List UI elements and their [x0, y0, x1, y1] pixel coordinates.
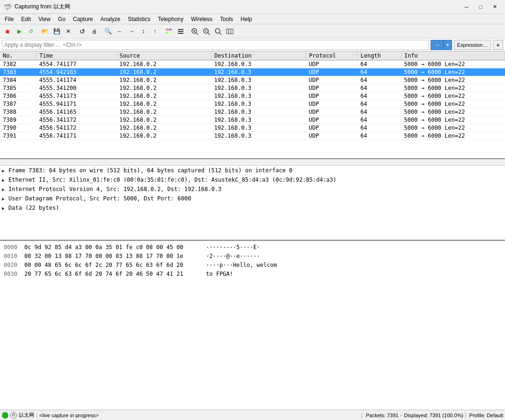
zoom-out-button[interactable]	[201, 26, 212, 37]
detail-row-udp[interactable]: ▶ User Datagram Protocol, Src Port: 5000…	[0, 194, 505, 203]
add-filter-button[interactable]: +	[493, 40, 503, 50]
cell-time: 4555.741173	[37, 92, 117, 100]
resize-columns-button[interactable]	[224, 26, 235, 37]
menu-item-file[interactable]: File	[1, 14, 17, 24]
cell-source: 192.168.0.2	[117, 68, 211, 76]
table-row[interactable]: 7384 4555.141174 192.168.0.2 192.168.0.3…	[0, 76, 505, 84]
capture-clock-icon: ⏱	[10, 412, 17, 419]
status-displayed: Displayed: 7391 (100.0%)	[404, 413, 463, 418]
zoom-in-button[interactable]	[189, 26, 200, 37]
horizontal-scrollbar[interactable]	[0, 159, 505, 166]
table-row[interactable]: 7385 4555.341200 192.168.0.2 192.168.0.3…	[0, 84, 505, 92]
svg-line-8	[196, 33, 198, 35]
menu-item-go[interactable]: Go	[54, 14, 69, 24]
cell-protocol: UDP	[306, 108, 358, 116]
reload-button[interactable]: ↺	[77, 26, 88, 37]
expand-arrow-udp[interactable]: ▶	[2, 196, 8, 201]
hex-offset-0000: 0000	[4, 243, 21, 251]
col-header-destination[interactable]: Destination	[211, 52, 306, 60]
menu-item-help[interactable]: Help	[237, 14, 256, 24]
menu-item-wireless[interactable]: Wireless	[187, 14, 216, 24]
menu-item-statistics[interactable]: Statistics	[124, 14, 154, 24]
restart-capture-button[interactable]: ↺	[25, 26, 37, 37]
cell-protocol: UDP	[306, 92, 358, 100]
colorize-button[interactable]	[163, 26, 175, 37]
menu-item-analyze[interactable]: Analyze	[97, 14, 124, 24]
save-file-button[interactable]: 💾	[51, 26, 62, 37]
cell-time: 4555.141174	[37, 76, 117, 84]
table-row[interactable]: 7388 4556.141165 192.168.0.2 192.168.0.3…	[0, 108, 505, 116]
hex-row-0030: 0030 20 77 65 6c 63 6f 6d 20 74 6f 20 46…	[4, 270, 501, 278]
hex-offset-0010: 0010	[4, 252, 21, 260]
packet-list[interactable]: No. Time Source Destination Protocol Len…	[0, 52, 505, 159]
col-header-no[interactable]: No.	[0, 52, 37, 60]
table-row[interactable]: 7390 4556.541172 192.168.0.2 192.168.0.3…	[0, 124, 505, 132]
start-capture-button[interactable]: ▶	[14, 26, 25, 37]
cell-info: 5000 → 6000 Len=22	[401, 92, 505, 100]
prev-button[interactable]: ←	[114, 26, 125, 37]
status-packets: Packets: 7391	[362, 413, 399, 418]
menu-item-view[interactable]: View	[35, 14, 54, 24]
cell-info: 5000 → 6000 Len=22	[401, 60, 505, 68]
col-header-time[interactable]: Time	[37, 52, 117, 60]
table-row[interactable]: 7386 4555.741173 192.168.0.2 192.168.0.3…	[0, 92, 505, 100]
maximize-button[interactable]: □	[474, 2, 487, 12]
find-button[interactable]: 🔍	[102, 26, 114, 37]
cell-time: 4556.141165	[37, 108, 117, 116]
stop-capture-button[interactable]: ■	[2, 26, 13, 37]
svg-line-15	[220, 33, 221, 35]
col-header-protocol[interactable]: Protocol	[306, 52, 358, 60]
menu-item-tools[interactable]: Tools	[216, 14, 237, 24]
close-button[interactable]: ✕	[488, 2, 501, 12]
next-button[interactable]: →	[126, 26, 137, 37]
table-row[interactable]: 7383 4554.942103 192.168.0.2 192.168.0.3…	[0, 68, 505, 76]
menu-item-edit[interactable]: Edit	[17, 14, 35, 24]
open-file-button[interactable]: 📂	[39, 26, 51, 37]
table-row[interactable]: 7391 4556.741171 192.168.0.2 192.168.0.3…	[0, 132, 505, 140]
col-header-source[interactable]: Source	[117, 52, 211, 60]
filter-dropdown-button[interactable]: ▼	[444, 40, 452, 50]
cell-destination: 192.168.0.3	[211, 92, 306, 100]
zoom-normal-button[interactable]	[212, 26, 224, 37]
detail-text-ethernet: Ethernet II, Src: Xilinx_01:fe:c0 (00:0a…	[8, 177, 337, 183]
hex-row-0000: 0000 0c 9d 92 85 d4 a3 00 0a 35 01 fe c0…	[4, 243, 501, 251]
packet-details[interactable]: ▶ Frame 7383: 64 bytes on wire (512 bits…	[0, 166, 505, 241]
capture-interface: 以太网	[19, 412, 34, 419]
cell-source: 192.168.0.2	[117, 108, 211, 116]
cell-source: 192.168.0.2	[117, 84, 211, 92]
table-row[interactable]: 7389 4556.341172 192.168.0.2 192.168.0.3…	[0, 116, 505, 124]
col-header-info[interactable]: Info	[401, 52, 505, 60]
title-bar: 🦈 Capturing from 以太网 ─ □ ✕	[0, 0, 505, 14]
filter-apply-button[interactable]: →	[431, 40, 444, 50]
cell-info: 5000 → 6000 Len=22	[401, 100, 505, 108]
jump-button[interactable]: ↕	[138, 26, 149, 37]
col-header-length[interactable]: Length	[358, 52, 401, 60]
autoscroll-button[interactable]	[175, 26, 186, 37]
detail-row-data[interactable]: ▶ Data (22 bytes)	[0, 203, 505, 213]
cell-destination: 192.168.0.3	[211, 60, 306, 68]
filter-input[interactable]	[2, 40, 429, 50]
up-button[interactable]: ↑	[149, 26, 161, 37]
expand-arrow-frame[interactable]: ▶	[2, 168, 8, 173]
menu-item-telephony[interactable]: Telephony	[154, 14, 187, 24]
detail-row-frame[interactable]: ▶ Frame 7383: 64 bytes on wire (512 bits…	[0, 166, 505, 175]
cell-time: 4555.941171	[37, 100, 117, 108]
cell-info: 5000 → 6000 Len=22	[401, 116, 505, 124]
close-file-button[interactable]: ✕	[63, 26, 74, 37]
print-button[interactable]: 🖨	[88, 26, 100, 37]
cell-source: 192.168.0.2	[117, 60, 211, 68]
minimize-button[interactable]: ─	[460, 2, 473, 12]
svg-rect-3	[169, 32, 172, 34]
table-row[interactable]: 7382 4554.741177 192.168.0.2 192.168.0.3…	[0, 60, 505, 68]
cell-length: 64	[358, 60, 401, 68]
expand-arrow-ip[interactable]: ▶	[2, 187, 8, 192]
hex-view[interactable]: 0000 0c 9d 92 85 d4 a3 00 0a 35 01 fe c0…	[0, 241, 505, 420]
detail-row-ip[interactable]: ▶ Internet Protocol Version 4, Src: 192.…	[0, 184, 505, 194]
detail-row-ethernet[interactable]: ▶ Ethernet II, Src: Xilinx_01:fe:c0 (00:…	[0, 175, 505, 184]
expand-arrow-data[interactable]: ▶	[2, 206, 8, 211]
hex-row-0010: 0010 00 32 00 13 88 17 70 00 00 03 13 88…	[4, 252, 501, 260]
expression-button[interactable]: Expression…	[454, 40, 491, 50]
expand-arrow-ethernet[interactable]: ▶	[2, 177, 8, 183]
table-row[interactable]: 7387 4555.941171 192.168.0.2 192.168.0.3…	[0, 100, 505, 108]
menu-item-capture[interactable]: Capture	[69, 14, 97, 24]
